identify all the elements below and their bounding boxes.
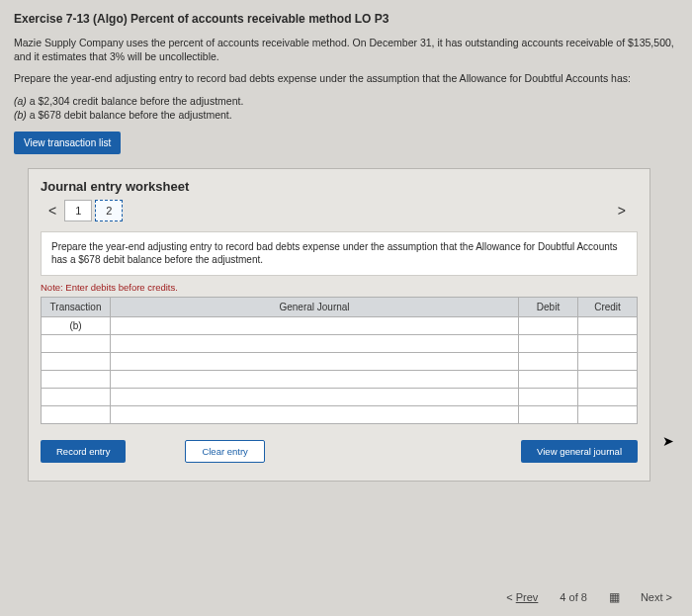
cell-credit[interactable] (578, 316, 638, 334)
problem-paragraph-1: Mazie Supply Company uses the percent of… (14, 36, 678, 63)
step-1[interactable]: 1 (64, 200, 92, 221)
chevron-right-icon: > (666, 591, 672, 603)
table-row[interactable] (42, 405, 638, 423)
option-a-text: a $2,304 credit balance before the adjus… (27, 95, 243, 107)
next-button[interactable]: Next > (641, 591, 672, 603)
note-text: Note: Enter debits before credits. (41, 282, 638, 293)
problem-option-b: (b) a $678 debit balance before the adju… (14, 108, 678, 122)
prev-label: Prev (516, 591, 539, 603)
step-nav: < 1 2 > (41, 200, 638, 221)
header-transaction: Transaction (42, 297, 111, 316)
clear-entry-button[interactable]: Clear entry (185, 440, 264, 463)
cell-transaction: (b) (42, 316, 111, 334)
prev-button[interactable]: < Prev (506, 591, 538, 603)
step-next-chevron[interactable]: > (610, 203, 634, 219)
grid-icon[interactable]: ▦ (609, 590, 619, 604)
cursor-icon: ➤ (662, 433, 674, 449)
header-general-journal: General Journal (111, 297, 519, 316)
cell-debit[interactable] (519, 316, 578, 334)
step-2[interactable]: 2 (95, 200, 123, 221)
exercise-title: Exercise 7-13 (Algo) Percent of accounts… (14, 12, 678, 26)
table-row[interactable] (42, 352, 638, 370)
record-entry-button[interactable]: Record entry (41, 440, 126, 463)
problem-option-a: (a) a $2,304 credit balance before the a… (14, 94, 678, 108)
worksheet-title: Journal entry worksheet (41, 179, 638, 194)
header-credit: Credit (578, 297, 638, 316)
header-debit: Debit (519, 297, 578, 316)
step-prev-chevron[interactable]: < (41, 203, 64, 219)
next-label: Next (641, 591, 663, 603)
option-a-label: (a) (14, 95, 27, 107)
cell-general-journal[interactable] (111, 316, 519, 334)
journal-entry-worksheet: Journal entry worksheet < 1 2 > Prepare … (28, 168, 650, 482)
table-row[interactable] (42, 388, 638, 405)
view-general-journal-button[interactable]: View general journal (521, 440, 638, 463)
table-row[interactable]: (b) (42, 316, 638, 334)
journal-entry-table: Transaction General Journal Debit Credit… (41, 297, 638, 424)
pager-footer: < Prev 4 of 8 ▦ Next > (506, 590, 672, 604)
option-b-label: (b) (14, 109, 27, 121)
chevron-left-icon: < (506, 591, 512, 603)
table-row[interactable] (42, 334, 638, 352)
page-position: 4 of 8 (560, 591, 587, 603)
problem-paragraph-2: Prepare the year-end adjusting entry to … (14, 71, 678, 85)
table-row[interactable] (42, 370, 638, 388)
option-b-text: a $678 debit balance before the adjustme… (27, 109, 232, 121)
view-transaction-list-button[interactable]: View transaction list (14, 132, 121, 154)
instruction-text: Prepare the year-end adjusting entry to … (41, 231, 638, 276)
